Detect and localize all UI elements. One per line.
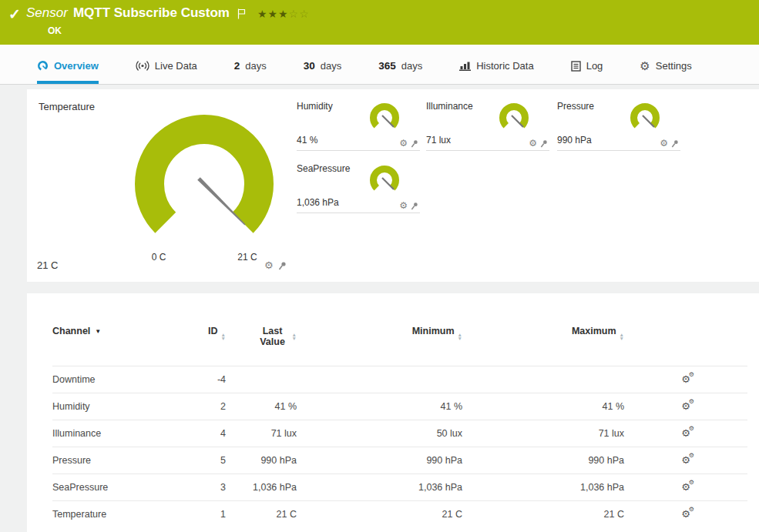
channel-id: 1 xyxy=(183,501,226,528)
header-channel-label: Channel xyxy=(52,326,90,336)
gauge-pin-icon[interactable] xyxy=(411,202,418,210)
overview-gauge-icon xyxy=(37,60,49,72)
gauge-pin-icon[interactable] xyxy=(671,139,679,148)
seapressure-value: 1,036 hPa xyxy=(297,197,339,208)
channel-last-value xyxy=(226,366,297,393)
humidity-gauge[interactable] xyxy=(364,102,405,134)
temperature-gauge[interactable]: 0 C 21 C xyxy=(112,103,297,269)
gauge-settings-gear-icon[interactable]: ⚙ xyxy=(399,139,408,148)
channel-id: 3 xyxy=(183,474,226,501)
header-maximum-label: Maximum xyxy=(572,326,616,336)
seapressure-gauge-actions: ⚙ xyxy=(399,201,418,210)
sensor-header: ✓ Sensor MQTT Subscribe Custom ★★★☆☆ OK xyxy=(0,0,759,45)
temperature-gauge-label: Temperature xyxy=(39,101,95,112)
channel-id: -4 xyxy=(183,366,226,393)
sensor-title: MQTT Subscribe Custom xyxy=(73,5,230,21)
tab-365-days[interactable]: 365 days xyxy=(378,45,422,84)
tab-30-days[interactable]: 30 days xyxy=(304,45,342,84)
main-content: Temperature 0 C 21 C 21 C ⚙ Humidity 41 … xyxy=(0,85,759,532)
channels-table-panel: Channel▼ ID▲▼ Last Value▲▼ Minimum▲▼ Max… xyxy=(27,293,759,532)
sensor-title-row: Sensor MQTT Subscribe Custom ★★★☆☆ xyxy=(26,5,310,21)
tab-historic-data[interactable]: Historic Data xyxy=(459,45,533,84)
tab-label: Settings xyxy=(656,60,692,72)
channel-minimum: 50 lux xyxy=(297,420,462,447)
historic-data-chart-icon xyxy=(459,62,471,71)
channel-name: SeaPressure xyxy=(52,474,183,501)
channel-sort-dropdown-icon[interactable]: ▼ xyxy=(95,328,101,335)
channel-settings-gear-icon[interactable]: ⚙⚙ xyxy=(681,509,690,519)
channel-settings-gear-icon[interactable]: ⚙⚙ xyxy=(681,482,690,492)
tab-live-data[interactable]: Live Data xyxy=(136,45,197,84)
channel-settings-gear-icon[interactable]: ⚙⚙ xyxy=(681,401,690,411)
header-last-value-label: Last Value xyxy=(257,326,289,347)
gauges-panel: Temperature 0 C 21 C 21 C ⚙ Humidity 41 … xyxy=(27,89,759,282)
channel-settings-gear-icon[interactable]: ⚙⚙ xyxy=(681,455,690,465)
header-channel[interactable]: Channel▼ xyxy=(52,326,183,366)
illuminance-gauge-cell: Illuminance 71 lux ⚙ xyxy=(426,97,549,151)
tab-days-number: 30 xyxy=(304,60,315,72)
table-row-seapressure[interactable]: SeaPressure 3 1,036 hPa 1,036 hPa 1,036 … xyxy=(52,474,747,501)
priority-stars[interactable]: ★★★☆☆ xyxy=(257,8,310,20)
gauge-pin-icon[interactable] xyxy=(278,261,287,270)
gauge-settings-gear-icon[interactable]: ⚙ xyxy=(399,201,408,210)
tab-days-label: days xyxy=(245,60,266,72)
tab-settings[interactable]: ⚙ Settings xyxy=(640,45,691,84)
tab-2-days[interactable]: 2 days xyxy=(234,45,267,84)
table-row-illuminance[interactable]: Illuminance 4 71 lux 50 lux 71 lux ⚙⚙ xyxy=(52,420,747,447)
channel-maximum: 41 % xyxy=(462,393,624,420)
tab-log[interactable]: Log xyxy=(571,45,603,84)
table-row-humidity[interactable]: Humidity 2 41 % 41 % 41 % ⚙⚙ xyxy=(52,393,747,420)
header-id[interactable]: ID▲▼ xyxy=(183,326,226,366)
tab-label: Live Data xyxy=(155,60,197,72)
table-row-downtime[interactable]: Downtime -4 ⚙⚙ xyxy=(52,366,747,393)
channel-maximum: 1,036 hPa xyxy=(462,474,624,501)
tab-overview[interactable]: Overview xyxy=(37,45,99,84)
channel-name: Pressure xyxy=(52,447,183,474)
table-row-pressure[interactable]: Pressure 5 990 hPa 990 hPa 990 hPa ⚙⚙ xyxy=(52,447,747,474)
gauge-pin-icon[interactable] xyxy=(411,139,418,148)
illuminance-value: 71 lux xyxy=(426,135,451,146)
channel-name: Humidity xyxy=(52,393,183,420)
header-maximum[interactable]: Maximum▲▼ xyxy=(462,326,624,366)
pressure-gauge-cell: Pressure 990 hPa ⚙ xyxy=(557,97,680,151)
stars-filled[interactable]: ★★★ xyxy=(257,8,289,20)
pressure-gauge-actions: ⚙ xyxy=(660,139,679,148)
table-row-temperature[interactable]: Temperature 1 21 C 21 C 21 C ⚙⚙ xyxy=(52,501,747,528)
tab-label: Historic Data xyxy=(476,60,533,72)
object-type-label: Sensor xyxy=(26,5,68,21)
channel-minimum: 990 hPa xyxy=(297,447,462,474)
priority-flag-icon[interactable] xyxy=(237,8,246,19)
sort-arrows-icon[interactable]: ▲▼ xyxy=(292,333,297,340)
stars-empty[interactable]: ☆☆ xyxy=(289,8,310,20)
header-minimum[interactable]: Minimum▲▼ xyxy=(297,326,462,366)
header-last-value[interactable]: Last Value▲▼ xyxy=(226,326,297,366)
channel-minimum: 41 % xyxy=(297,393,462,420)
seapressure-gauge[interactable] xyxy=(364,164,405,196)
sort-arrows-icon[interactable]: ▲▼ xyxy=(458,333,462,340)
channel-settings-gear-icon[interactable]: ⚙⚙ xyxy=(681,428,690,438)
channel-minimum xyxy=(297,366,462,393)
humidity-gauge-cell: Humidity 41 % ⚙ xyxy=(297,97,420,151)
gauge-settings-gear-icon[interactable]: ⚙ xyxy=(529,139,537,148)
gauge-settings-gear-icon[interactable]: ⚙ xyxy=(264,260,274,270)
channel-maximum xyxy=(462,366,624,393)
channel-minimum: 1,036 hPa xyxy=(297,474,462,501)
gauge-settings-gear-icon[interactable]: ⚙ xyxy=(660,139,668,148)
tab-days-number: 2 xyxy=(234,60,240,72)
channel-maximum: 71 lux xyxy=(462,420,624,447)
tab-label: Log xyxy=(586,60,603,72)
pressure-gauge[interactable] xyxy=(625,102,665,134)
sort-arrows-icon[interactable]: ▲▼ xyxy=(221,333,226,340)
channel-maximum: 990 hPa xyxy=(462,447,624,474)
header-id-label: ID xyxy=(208,326,218,336)
illuminance-gauge-actions: ⚙ xyxy=(529,139,548,148)
channels-table: Channel▼ ID▲▼ Last Value▲▼ Minimum▲▼ Max… xyxy=(52,326,747,527)
log-document-icon xyxy=(571,61,581,72)
sensor-status-badge: OK xyxy=(48,25,62,36)
table-header-row: Channel▼ ID▲▼ Last Value▲▼ Minimum▲▼ Max… xyxy=(52,326,747,366)
sort-arrows-icon[interactable]: ▲▼ xyxy=(620,333,624,340)
channel-settings-gear-icon[interactable]: ⚙⚙ xyxy=(681,374,690,384)
gauge-pin-icon[interactable] xyxy=(540,139,548,148)
tab-days-label: days xyxy=(321,60,341,72)
illuminance-gauge[interactable] xyxy=(494,102,534,134)
